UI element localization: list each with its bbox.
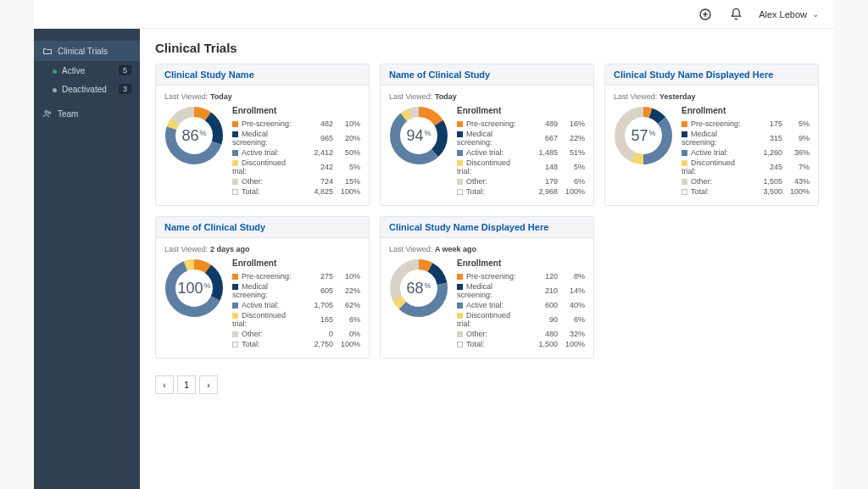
sidebar: Clinical Trials Active 5 Deactivated 3 T… [34,29,140,489]
legend-swatch [232,284,238,290]
study-title-link[interactable]: Clinical Study Name Displayed Here [389,222,548,232]
enrollment-donut: 68% [389,258,448,318]
row-percent: 15% [333,176,360,186]
row-count: 600 [526,300,558,310]
enrollment-row: Discontinued trial: 90 6% [457,310,585,329]
enrollment-row: Total: 2,968 100% [457,186,585,197]
main-content: Clinical Trials Clinical Study Name Last… [140,29,834,489]
study-title-link[interactable]: Name of Clinical Study [389,69,490,80]
sidebar-item-label: Team [58,109,78,119]
folder-open-icon [42,46,53,56]
row-percent: 7% [782,158,810,176]
study-title-link[interactable]: Name of Clinical Study [164,222,265,232]
sidebar-sub-deactivated[interactable]: Deactivated 3 [34,80,140,98]
cards-grid: Clinical Study Name Last Viewed: Today 8… [155,64,819,358]
pager-next-button[interactable]: › [199,375,218,394]
user-menu[interactable]: Alex Lebow ⌄ [759,9,819,19]
enrollment-row: Other: 480 32% [457,329,585,339]
legend-swatch [457,121,463,127]
legend-swatch [232,131,238,137]
row-label: Total: [242,340,260,348]
enrollment-donut: 100% [164,258,224,318]
study-title-link[interactable]: Clinical Study Name Displayed Here [614,69,773,80]
legend-swatch [457,131,463,137]
pager-page-button[interactable]: 1 [177,375,196,394]
bell-icon[interactable] [728,7,743,22]
row-count: 275 [301,271,333,281]
row-count: 165 [301,310,333,329]
enrollment-row: Discontinued trial: 245 7% [682,158,810,176]
legend-swatch [682,150,687,156]
legend-swatch [232,189,238,195]
sidebar-item-clinical-trials[interactable]: Clinical Trials [34,41,140,61]
row-percent: 6% [558,310,585,329]
card-header: Clinical Study Name Displayed Here [605,64,818,86]
row-percent: 8% [558,271,585,281]
enrollment-heading: Enrollment [682,106,810,115]
enrollment-row: Pre-screening: 275 10% [232,271,360,281]
row-count: 482 [301,119,333,129]
enrollment-row: Pre-screening: 482 10% [232,119,360,129]
row-count: 90 [526,310,558,329]
legend-swatch [232,179,238,185]
row-count: 1,260 [750,147,782,158]
enrollment-heading: Enrollment [232,106,360,115]
legend-swatch [457,342,463,347]
row-count: 480 [526,329,558,339]
last-viewed: Last Viewed: Today [164,92,360,101]
legend-swatch [457,284,463,290]
add-icon[interactable] [698,7,713,22]
row-label: Other: [691,177,712,186]
legend-swatch [457,274,463,280]
row-percent: 14% [558,281,585,300]
row-count: 2,968 [526,186,558,197]
sidebar-item-team[interactable]: Team [34,103,140,124]
count-badge: 5 [119,65,131,75]
pager-prev-button[interactable]: ‹ [155,375,174,394]
sidebar-sub-active[interactable]: Active 5 [34,61,140,80]
enrollment-donut: 86% [164,106,224,165]
row-percent: 100% [558,186,585,197]
enrollment-row: Other: 179 6% [457,176,585,186]
legend-swatch [457,150,463,156]
card-header: Clinical Study Name [156,64,369,86]
row-label: Total: [242,187,260,196]
row-count: 489 [526,119,558,129]
enrollment-row: Other: 724 15% [232,176,360,186]
row-percent: 32% [558,329,585,339]
donut-center-value: 94% [389,106,448,165]
row-label: Discontinued trial: [457,158,510,175]
row-percent: 100% [333,339,360,349]
study-card: Name of Clinical Study Last Viewed: Toda… [380,64,594,206]
legend-swatch [457,303,463,308]
topbar: Alex Lebow ⌄ [34,0,834,29]
count-badge: 3 [119,84,131,94]
study-card: Clinical Study Name Displayed Here Last … [380,216,594,358]
enrollment-row: Total: 2,750 100% [232,339,360,349]
donut-center-value: 100% [164,258,224,318]
row-percent: 100% [782,186,810,197]
card-header: Clinical Study Name Displayed Here [381,217,593,238]
row-count: 2,412 [301,147,333,158]
legend-swatch [457,179,463,185]
enrollment-row: Other: 1,505 43% [682,176,810,186]
enrollment-row: Total: 3,500 100% [682,186,810,197]
enrollment-table: Pre-screening: 275 10% Medical screening… [232,271,360,349]
legend-swatch [232,150,238,156]
row-count: 667 [526,129,558,147]
row-percent: 10% [333,271,360,281]
row-label: Discontinued trial: [232,158,286,175]
row-percent: 51% [558,147,585,158]
row-percent: 0% [333,329,360,339]
enrollment-row: Other: 0 0% [232,329,360,339]
row-label: Active trial: [242,148,279,157]
row-label: Other: [466,330,487,338]
row-label: Active trial: [466,301,504,309]
row-count: 1,500 [526,339,558,349]
enrollment-donut: 94% [389,106,448,165]
enrollment-row: Medical screening: 315 9% [682,129,810,147]
row-percent: 6% [333,310,360,329]
study-card: Clinical Study Name Last Viewed: Today 8… [155,64,370,206]
study-title-link[interactable]: Clinical Study Name [164,69,254,80]
row-count: 245 [750,158,782,176]
